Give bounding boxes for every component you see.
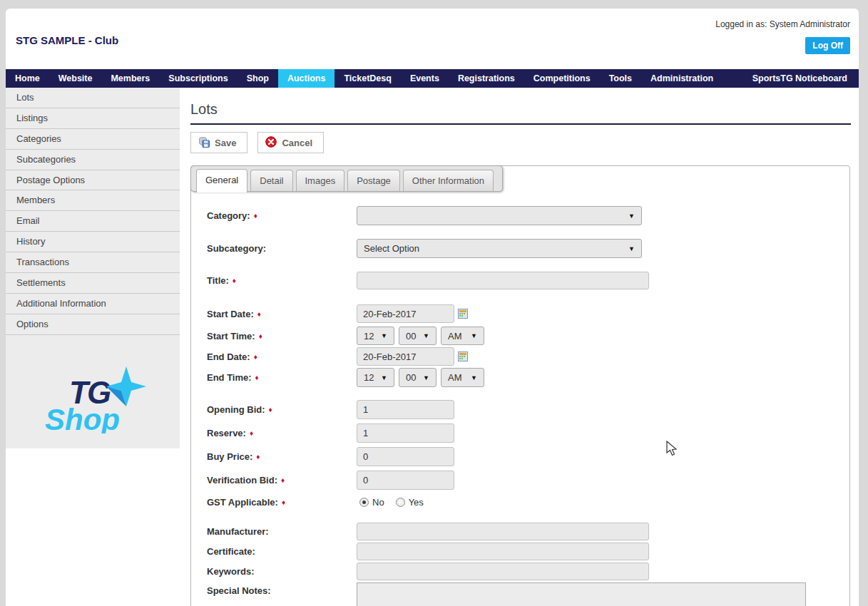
gst-yes-radio[interactable] [396,498,405,507]
sidebar-item-postage-options[interactable]: Postage Options [6,170,180,191]
title-row: Title: [207,272,849,289]
end-date-input[interactable] [357,347,454,366]
tg-shop-logo: TG Shop [6,365,180,436]
opening-bid-row: Opening Bid: [207,400,849,419]
chevron-down-icon: ▼ [381,374,387,381]
title-input[interactable] [357,272,649,289]
gst-no-radio[interactable] [359,498,369,507]
required-icon [252,372,259,383]
sidebar-item-listings[interactable]: Listings [6,108,180,129]
calendar-icon[interactable] [458,351,468,361]
nav-item-events[interactable]: Events [401,69,449,88]
opening-bid-label: Opening Bid: [207,404,357,415]
buy-price-row: Buy Price: [207,447,849,466]
log-off-button[interactable]: Log Off [805,37,850,54]
start-date-input[interactable] [357,304,454,323]
tab-general[interactable]: General [196,169,247,192]
logged-in-text: Logged in as: System Administrator [715,19,850,29]
required-icon [255,331,262,341]
sidebar-item-lots[interactable]: Lots [6,88,180,108]
calendar-icon[interactable] [458,309,468,319]
chevron-down-icon: ▼ [423,374,429,381]
sidebar-item-settlements[interactable]: Settlements [6,273,180,294]
manufacturer-row: Manufacturer: [207,523,849,540]
nav-item-auctions[interactable]: Auctions [278,69,335,88]
required-icon [246,428,253,438]
start-time-row: Start Time: 12▼ 00▼ AM▼ [207,327,849,345]
nav-item-tools[interactable]: Tools [600,69,641,88]
sidebar-item-categories[interactable]: Categories [6,129,180,150]
title-label: Title: [207,275,357,286]
nav-item-administration[interactable]: Administration [641,69,723,88]
keywords-label: Keywords: [207,566,357,577]
start-hour-select[interactable]: 12▼ [357,327,394,345]
tab-other-information[interactable]: Other Information [403,170,494,191]
nav-item-competitions[interactable]: Competitions [524,69,600,88]
sidebar: Lots Listings Categories Subcategories P… [6,88,180,448]
end-ampm-select[interactable]: AM▼ [441,368,484,387]
end-minute-select[interactable]: 00▼ [399,368,436,387]
start-time-label: Start Time: [207,331,357,341]
nav-item-subscriptions[interactable]: Subscriptions [159,69,237,88]
tab-postage[interactable]: Postage [347,170,400,191]
subcategory-label: Subcategory: [207,243,357,254]
special-notes-label: Special Notes: [207,582,357,596]
special-notes-textarea[interactable] [357,582,806,606]
nav-item-registrations[interactable]: Registrations [449,69,524,88]
page-card: STG SAMPLE - Club Logged in as: System A… [6,9,859,606]
sidebar-item-history[interactable]: History [6,232,180,252]
end-time-row: End Time: 12▼ 00▼ AM▼ [207,368,849,387]
sidebar-item-subcategories[interactable]: Subcategories [6,150,180,170]
required-icon [252,451,260,462]
toolbar: Save Cancel [190,132,859,153]
certificate-label: Certificate: [207,546,357,557]
start-minute-select[interactable]: 00▼ [399,327,436,345]
gst-yes-label: Yes [409,497,424,508]
nav-item-ticketdesq[interactable]: TicketDesq [335,69,400,88]
keywords-input[interactable] [357,563,649,580]
manufacturer-input[interactable] [357,523,649,540]
nav-item-sportstg-noticeboard[interactable]: SportsTG Noticeboard [741,69,859,88]
tab-images[interactable]: Images [296,170,345,191]
svg-text:Shop: Shop [45,403,120,433]
gst-no-label: No [372,497,384,508]
category-select[interactable]: ▼ [357,206,642,225]
gst-applicable-row: GST Applicable: No Yes [207,497,849,508]
tab-strip: General Detail Images Postage Other Info… [190,165,503,192]
nav-item-members[interactable]: Members [101,69,159,88]
club-title: STG SAMPLE - Club [16,34,118,46]
keywords-row: Keywords: [207,563,849,580]
nav-item-website[interactable]: Website [49,69,102,88]
form-panel: General Detail Images Postage Other Info… [190,165,850,606]
nav-item-home[interactable]: Home [6,69,49,88]
start-ampm-select[interactable]: AM▼ [441,327,484,345]
nav-item-shop[interactable]: Shop [238,69,278,88]
subcategory-select[interactable]: Select Option ▼ [357,239,642,258]
reserve-input[interactable] [357,423,454,443]
end-date-row: End Date: [207,347,849,366]
subcategory-select-value: Select Option [364,243,419,254]
reserve-row: Reserve: [207,423,849,443]
required-icon [254,309,261,319]
general-form: Category: ▼ Subcategory: Select Option ▼ [191,166,849,606]
buy-price-label: Buy Price: [207,451,357,462]
required-icon [250,351,257,362]
tab-detail[interactable]: Detail [250,170,292,191]
cancel-button[interactable]: Cancel [257,132,324,153]
sidebar-item-options[interactable]: Options [6,314,180,335]
opening-bid-input[interactable] [357,400,454,419]
end-hour-select[interactable]: 12▼ [357,368,394,387]
certificate-input[interactable] [357,543,649,560]
save-button[interactable]: Save [190,132,247,153]
save-disk-icon [198,136,210,150]
sidebar-item-members[interactable]: Members [6,190,180,211]
category-label: Category: [207,210,357,221]
buy-price-input[interactable] [357,447,454,466]
verification-bid-input[interactable] [357,471,454,490]
sidebar-item-transactions[interactable]: Transactions [6,252,180,273]
required-icon [278,497,285,508]
start-date-label: Start Date: [207,309,357,319]
verification-bid-label: Verification Bid: [207,475,357,486]
sidebar-item-additional-information[interactable]: Additional Information [6,294,180,314]
sidebar-item-email[interactable]: Email [6,211,180,232]
